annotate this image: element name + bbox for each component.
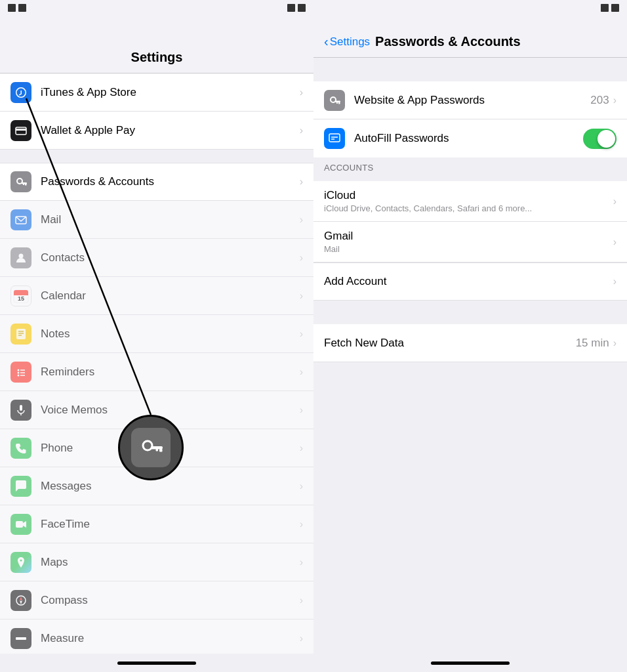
sidebar-item-passwords[interactable]: Passwords & Accounts ›: [0, 163, 314, 201]
fetch-value: 15 min: [576, 337, 609, 350]
icloud-chevron: ›: [613, 196, 617, 207]
contacts-chevron: ›: [300, 252, 303, 264]
add-account-label: Add Account: [324, 275, 613, 288]
fetch-chevron: ›: [613, 337, 617, 349]
sidebar-item-maps[interactable]: Maps ›: [0, 543, 314, 581]
maps-label: Maps: [41, 556, 300, 569]
website-passwords-icon: [324, 90, 345, 111]
svg-marker-29: [20, 600, 22, 604]
wallet-label: Wallet & Apple Pay: [41, 124, 300, 137]
website-passwords-item[interactable]: Website & App Passwords 203 ›: [314, 81, 627, 119]
website-passwords-chevron: ›: [613, 94, 617, 106]
autofill-icon: [324, 128, 345, 149]
calendar-label: Calendar: [41, 289, 300, 303]
svg-text:15: 15: [18, 295, 24, 302]
svg-point-35: [143, 441, 152, 450]
sidebar-item-wallet[interactable]: Wallet & Apple Pay ›: [0, 112, 314, 150]
compass-label: Compass: [41, 594, 300, 607]
sidebar-item-contacts[interactable]: Contacts ›: [0, 239, 314, 277]
svg-rect-42: [336, 102, 338, 104]
itunes-chevron: ›: [300, 87, 303, 98]
left-home-indicator: [0, 654, 314, 672]
status-dot-4: [298, 4, 306, 12]
svg-point-8: [19, 253, 24, 258]
svg-rect-38: [156, 449, 159, 452]
fetch-new-data-item[interactable]: Fetch New Data 15 min ›: [314, 324, 627, 362]
sidebar-item-mail[interactable]: Mail ›: [0, 201, 314, 239]
add-account-chevron: ›: [613, 276, 617, 287]
sidebar-item-notes[interactable]: Notes ›: [0, 315, 314, 353]
svg-rect-43: [329, 134, 340, 142]
mail-label: Mail: [41, 213, 300, 226]
icloud-account-subtitle: iCloud Drive, Contacts, Calendars, Safar…: [324, 203, 613, 213]
left-header: Settings: [0, 16, 314, 74]
maps-icon: [10, 552, 31, 573]
svg-rect-36: [151, 446, 163, 450]
autofill-label: AutoFill Passwords: [354, 132, 583, 145]
right-gap-2: ACCOUNTS: [314, 158, 627, 181]
circle-key-icon: [131, 428, 171, 467]
right-gap-3: [314, 301, 627, 324]
voice-memos-icon: [10, 400, 31, 421]
svg-point-21: [18, 374, 20, 376]
svg-rect-1: [16, 127, 26, 135]
svg-rect-41: [338, 102, 340, 104]
icloud-account-title: iCloud: [324, 189, 613, 202]
gmail-account-title: Gmail: [324, 230, 613, 243]
right-content: Website & App Passwords 203 › AutoFill P…: [314, 58, 627, 654]
annotation-circle: [118, 415, 184, 480]
itunes-label: iTunes & App Store: [41, 86, 300, 99]
phone-icon: [10, 438, 31, 459]
svg-marker-26: [23, 521, 26, 528]
svg-rect-23: [20, 405, 22, 411]
mail-icon: [10, 209, 31, 230]
svg-rect-37: [159, 449, 163, 452]
accounts-section-header: ACCOUNTS: [314, 158, 627, 175]
measure-chevron: ›: [300, 633, 303, 644]
svg-rect-6: [23, 184, 24, 185]
fetch-label: Fetch New Data: [324, 337, 576, 350]
svg-point-19: [18, 371, 20, 373]
left-status-bar: [0, 0, 314, 16]
voice-memos-chevron: ›: [300, 404, 303, 416]
svg-point-39: [331, 97, 336, 102]
status-dot-3: [287, 4, 295, 12]
svg-rect-2: [16, 129, 26, 131]
sidebar-item-compass[interactable]: Compass ›: [0, 581, 314, 620]
passwords-icon: [10, 171, 31, 192]
right-gap-1: [314, 58, 627, 81]
sidebar-item-itunes[interactable]: iTunes & App Store ›: [0, 74, 314, 112]
add-account-item[interactable]: Add Account ›: [314, 262, 627, 301]
reminders-icon: [10, 362, 31, 383]
sidebar-item-calendar[interactable]: 15 Calendar ›: [0, 277, 314, 315]
gmail-chevron: ›: [613, 236, 617, 248]
contacts-icon: [10, 247, 31, 268]
itunes-icon: [10, 82, 31, 103]
svg-rect-30: [16, 637, 26, 640]
icloud-account-text: iCloud iCloud Drive, Contacts, Calendars…: [324, 189, 613, 213]
sidebar-item-facetime[interactable]: FaceTime ›: [0, 505, 314, 543]
left-panel: Settings iTunes & App Store ›: [0, 0, 314, 672]
sidebar-item-reminders[interactable]: Reminders ›: [0, 353, 314, 391]
right-panel: ‹ Settings Passwords & Accounts Website …: [314, 0, 627, 672]
autofill-item[interactable]: AutoFill Passwords: [314, 119, 627, 158]
gmail-account-subtitle: Mail: [324, 244, 613, 254]
compass-icon: [10, 590, 31, 611]
contacts-label: Contacts: [41, 251, 300, 264]
icloud-account-item[interactable]: iCloud iCloud Drive, Contacts, Calendars…: [314, 181, 627, 222]
right-status-bar: [314, 0, 627, 16]
svg-rect-40: [335, 100, 340, 102]
settings-list: iTunes & App Store › Wallet & Apple Pay …: [0, 74, 314, 654]
passwords-label: Passwords & Accounts: [41, 175, 300, 188]
autofill-toggle[interactable]: [583, 129, 617, 149]
svg-point-3: [17, 178, 22, 184]
messages-label: Messages: [41, 480, 300, 493]
sidebar-item-measure[interactable]: Measure ›: [0, 620, 314, 654]
facetime-label: FaceTime: [41, 518, 300, 531]
gmail-account-item[interactable]: Gmail Mail ›: [314, 222, 627, 262]
settings-title: Settings: [131, 50, 183, 65]
back-button[interactable]: ‹ Settings: [324, 34, 370, 49]
right-home-bar: [431, 662, 510, 665]
svg-rect-13: [16, 329, 26, 339]
mail-chevron: ›: [300, 214, 303, 226]
